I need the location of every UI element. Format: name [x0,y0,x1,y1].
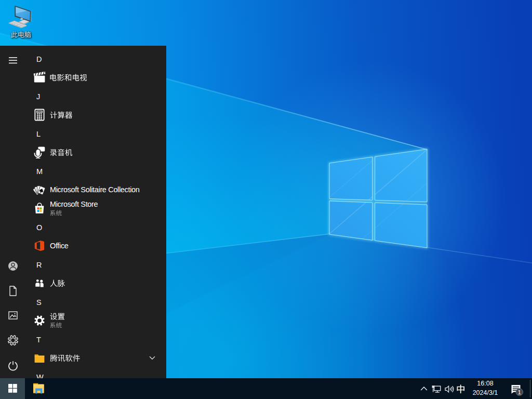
svg-text:1: 1 [518,389,521,395]
